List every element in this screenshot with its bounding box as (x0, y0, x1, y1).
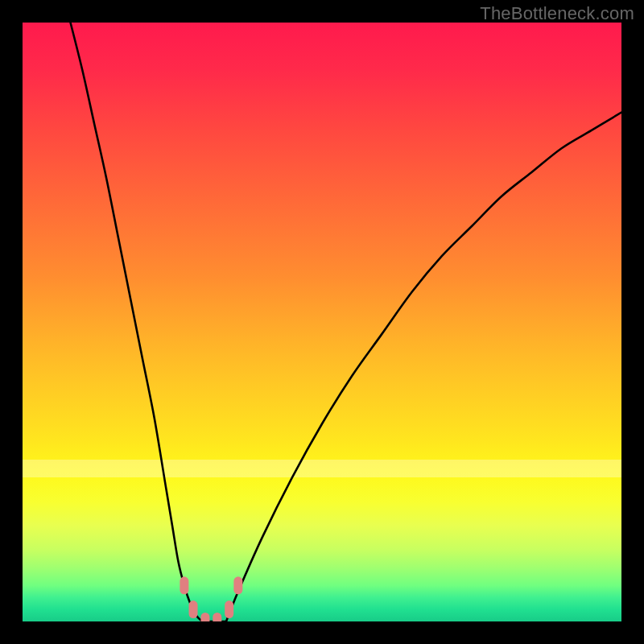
valley-marker (200, 613, 209, 621)
curve-layer (23, 23, 621, 621)
valley-marker (225, 601, 233, 618)
curve-right-branch (226, 113, 621, 621)
valley-marker (213, 613, 221, 621)
curve-left-branch (71, 23, 203, 621)
valley-marker (233, 576, 242, 594)
chart-frame: TheBottleneck.com (0, 0, 644, 644)
valley-marker (189, 601, 198, 618)
plot-area (23, 23, 621, 621)
valley-marker (180, 576, 188, 594)
watermark-text: TheBottleneck.com (480, 3, 634, 24)
